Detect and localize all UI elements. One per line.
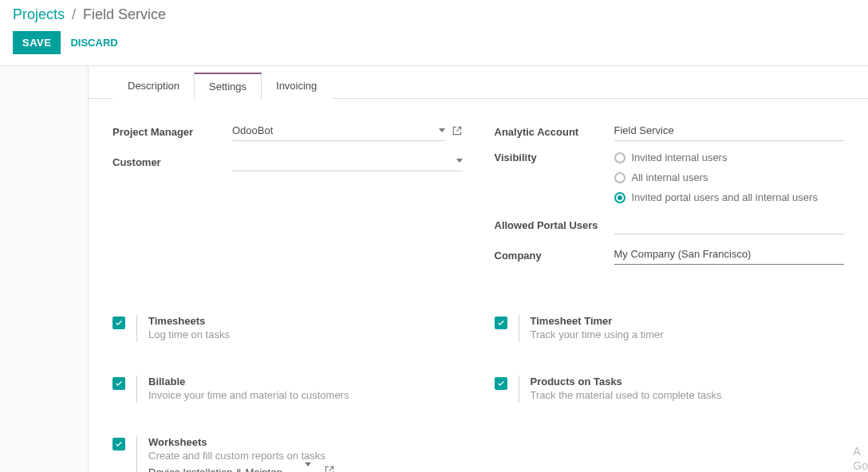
- option-title: Worksheets: [148, 436, 463, 448]
- tabs: Description Settings Invoicing: [89, 66, 868, 99]
- radio-icon: [614, 172, 625, 183]
- field-visibility: Visibility Invited internal users All in…: [495, 151, 845, 205]
- option-body: Timesheet Timer Track your time using a …: [531, 315, 845, 340]
- option-divider: [519, 315, 519, 342]
- option-body: Timesheets Log time on tasks: [148, 315, 463, 340]
- side-hint: A Go: [853, 444, 868, 472]
- radio-icon: [614, 152, 625, 163]
- left-gutter: [0, 66, 88, 472]
- radio-item-invited-internal[interactable]: Invited internal users: [614, 151, 818, 163]
- option-divider: [136, 436, 137, 472]
- label-allowed-portal-users: Allowed Portal Users: [495, 219, 614, 231]
- option-products-on-tasks: Products on Tasks Track the material use…: [495, 376, 845, 403]
- checkbox-timesheet-timer[interactable]: [495, 317, 507, 329]
- option-timesheets: Timesheets Log time on tasks: [112, 315, 463, 342]
- radio-label: All internal users: [632, 171, 708, 183]
- option-desc: Track the material used to complete task…: [531, 389, 845, 401]
- options-area: Timesheets Log time on tasks Billable In…: [89, 283, 868, 472]
- tab-description[interactable]: Description: [112, 73, 195, 99]
- breadcrumb: Projects / Field Service: [0, 0, 868, 26]
- option-body: Products on Tasks Track the material use…: [531, 376, 845, 401]
- checkbox-products-on-tasks[interactable]: [495, 377, 507, 390]
- input-customer-wrap: [232, 152, 463, 171]
- checkbox-worksheets[interactable]: [112, 438, 125, 450]
- checkbox-timesheets[interactable]: [112, 317, 125, 329]
- label-company: Company: [495, 250, 614, 262]
- external-link-icon[interactable]: [324, 465, 335, 473]
- input-allowed-portal-users[interactable]: [614, 216, 845, 231]
- field-company: Company: [495, 245, 845, 266]
- radio-icon-checked: [614, 192, 625, 203]
- input-customer[interactable]: [232, 153, 452, 168]
- option-title: Timesheets: [148, 315, 463, 327]
- chevron-down-icon: [305, 462, 311, 472]
- checkbox-billable[interactable]: [112, 377, 125, 390]
- input-analytic-account[interactable]: [614, 123, 845, 138]
- option-timesheet-timer: Timesheet Timer Track your time using a …: [495, 315, 845, 342]
- radio-item-portal-and-internal[interactable]: Invited portal users and all internal us…: [614, 191, 818, 203]
- breadcrumb-root-link[interactable]: Projects: [13, 6, 65, 22]
- option-divider: [519, 376, 519, 403]
- label-project-manager: Project Manager: [112, 126, 232, 138]
- form-sheet: Description Settings Invoicing Project M…: [88, 66, 868, 472]
- input-company-wrap: [614, 246, 845, 265]
- tab-invoicing[interactable]: Invoicing: [261, 73, 332, 99]
- label-visibility: Visibility: [495, 151, 614, 163]
- radio-label: Invited internal users: [632, 151, 728, 163]
- form-area: Project Manager Customer: [89, 99, 868, 283]
- field-analytic-account: Analytic Account: [495, 121, 845, 142]
- input-project-manager-wrap: [232, 122, 445, 141]
- breadcrumb-current: Field Service: [83, 6, 166, 22]
- radio-item-all-internal[interactable]: All internal users: [614, 171, 818, 183]
- visibility-radios: Invited internal users All internal user…: [614, 151, 845, 205]
- sheet-wrapper: Description Settings Invoicing Project M…: [0, 66, 868, 472]
- select-value: Device Installation & Maintenance: [148, 466, 297, 472]
- discard-button[interactable]: DISCARD: [70, 37, 117, 49]
- label-analytic-account: Analytic Account: [495, 126, 614, 138]
- field-project-manager: Project Manager: [112, 121, 463, 142]
- label-customer: Customer: [112, 156, 232, 168]
- option-title: Timesheet Timer: [531, 315, 845, 327]
- options-right-column: Timesheet Timer Track your time using a …: [495, 315, 845, 472]
- chevron-down-icon[interactable]: [439, 128, 445, 132]
- select-worksheet-template[interactable]: Device Installation & Maintenance: [148, 466, 311, 472]
- side-hint-line2: Go: [853, 458, 868, 472]
- options-left-column: Timesheets Log time on tasks Billable In…: [112, 315, 463, 472]
- side-hint-line1: A: [853, 444, 868, 458]
- option-billable: Billable Invoice your time and material …: [112, 376, 463, 403]
- option-body: Billable Invoice your time and material …: [148, 376, 463, 401]
- option-desc: Track your time using a timer: [531, 328, 845, 340]
- field-allowed-portal-users: Allowed Portal Users: [495, 214, 845, 235]
- external-link-icon[interactable]: [452, 125, 463, 139]
- option-body: Worksheets Create and fill custom report…: [148, 436, 463, 472]
- option-desc: Log time on tasks: [148, 328, 463, 340]
- field-customer: Customer: [112, 151, 463, 172]
- worksheets-select-row: Device Installation & Maintenance: [148, 462, 463, 472]
- form-right-column: Analytic Account Visibility Invited inte…: [495, 121, 845, 275]
- option-worksheets: Worksheets Create and fill custom report…: [112, 436, 463, 472]
- option-title: Products on Tasks: [531, 376, 845, 387]
- option-divider: [136, 376, 137, 403]
- radio-list-visibility: Invited internal users All internal user…: [614, 151, 818, 203]
- action-bar: SAVE DISCARD: [0, 26, 868, 65]
- form-left-column: Project Manager Customer: [112, 121, 463, 275]
- breadcrumb-separator: /: [72, 6, 76, 22]
- save-button[interactable]: SAVE: [13, 31, 61, 54]
- option-title: Billable: [148, 376, 463, 387]
- option-desc: Create and fill custom reports on tasks: [148, 450, 463, 462]
- option-desc: Invoice your time and material to custom…: [148, 389, 463, 401]
- input-allowed-portal-users-wrap: [614, 215, 845, 234]
- option-divider: [136, 315, 137, 342]
- input-project-manager[interactable]: [232, 123, 434, 138]
- chevron-down-icon[interactable]: [456, 159, 463, 163]
- tab-settings[interactable]: Settings: [194, 73, 262, 99]
- input-company[interactable]: [614, 246, 845, 262]
- radio-label: Invited portal users and all internal us…: [632, 191, 818, 203]
- input-analytic-account-wrap: [614, 122, 845, 141]
